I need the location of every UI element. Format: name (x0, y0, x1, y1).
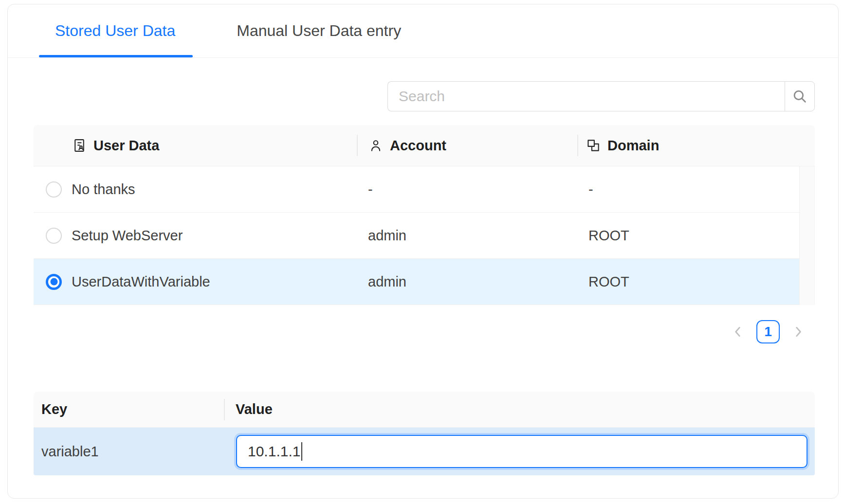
key-value-table: Key Value variable1 10.1.1.1 (34, 392, 815, 475)
tab-stored-user-data[interactable]: Stored User Data (39, 4, 191, 57)
column-label: Account (390, 138, 446, 154)
column-header-account: Account (357, 125, 577, 166)
variable-value-text: 10.1.1.1 (248, 443, 300, 460)
column-header-value: Value (224, 392, 815, 427)
table-scrollbar-track[interactable] (799, 166, 815, 305)
tab-bar: Stored User Data Manual User Data entry (8, 4, 838, 58)
table-row-userdatawithvariable[interactable]: UserDataWithVariable admin ROOT (34, 259, 815, 305)
kv-table-header: Key Value (34, 392, 815, 428)
user-data-cell: Setup WebServer (72, 228, 183, 244)
account-cell: admin (357, 228, 577, 244)
variable-key-label: variable1 (34, 444, 224, 460)
chevron-left-icon (732, 325, 744, 338)
tab-content: User Data Account (8, 81, 838, 475)
table-header: User Data Account (34, 125, 815, 166)
active-tab-indicator (39, 55, 193, 57)
variable-value-input[interactable]: 10.1.1.1 (236, 435, 807, 468)
pagination: 1 (34, 320, 815, 343)
search-row (34, 81, 815, 111)
magnifier-icon (791, 88, 808, 105)
domain-cell: ROOT (577, 274, 800, 290)
pagination-next-button[interactable] (789, 320, 808, 343)
radio-userdatawithvariable[interactable] (46, 274, 62, 290)
column-header-user-data: User Data (34, 125, 357, 166)
user-data-panel: Stored User Data Manual User Data entry (7, 4, 839, 499)
blocks-icon (586, 138, 601, 153)
tab-manual-user-data-entry[interactable]: Manual User Data entry (220, 4, 417, 57)
chevron-right-icon (792, 325, 805, 338)
table-row-no-thanks[interactable]: No thanks - - (34, 166, 815, 213)
domain-cell: ROOT (577, 228, 800, 244)
search-button[interactable] (785, 81, 815, 111)
account-cell: admin (357, 274, 577, 290)
radio-no-thanks[interactable] (46, 181, 62, 198)
pagination-prev-button[interactable] (728, 320, 748, 343)
text-cursor (301, 442, 302, 461)
user-icon (368, 138, 383, 153)
user-data-table: User Data Account (34, 125, 815, 305)
domain-cell: - (577, 181, 800, 198)
table-row-setup-webserver[interactable]: Setup WebServer admin ROOT (34, 213, 815, 259)
account-cell: - (357, 181, 577, 198)
search-group (387, 81, 815, 111)
tab-label: Manual User Data entry (237, 22, 401, 40)
table-body: No thanks - - Setup WebServer admin ROOT (34, 166, 815, 305)
column-label: Domain (607, 138, 659, 154)
user-data-cell: No thanks (72, 181, 135, 198)
column-header-domain: Domain (577, 125, 815, 166)
tab-label: Stored User Data (55, 22, 175, 40)
search-input[interactable] (387, 81, 785, 111)
profile-card-icon (72, 138, 87, 153)
column-header-key: Key (34, 392, 224, 427)
radio-setup-webserver[interactable] (46, 228, 62, 244)
user-data-cell: UserDataWithVariable (72, 274, 210, 290)
kv-table-row: variable1 10.1.1.1 (34, 428, 815, 475)
column-label: User Data (93, 138, 159, 154)
pagination-page-1[interactable]: 1 (756, 320, 780, 343)
